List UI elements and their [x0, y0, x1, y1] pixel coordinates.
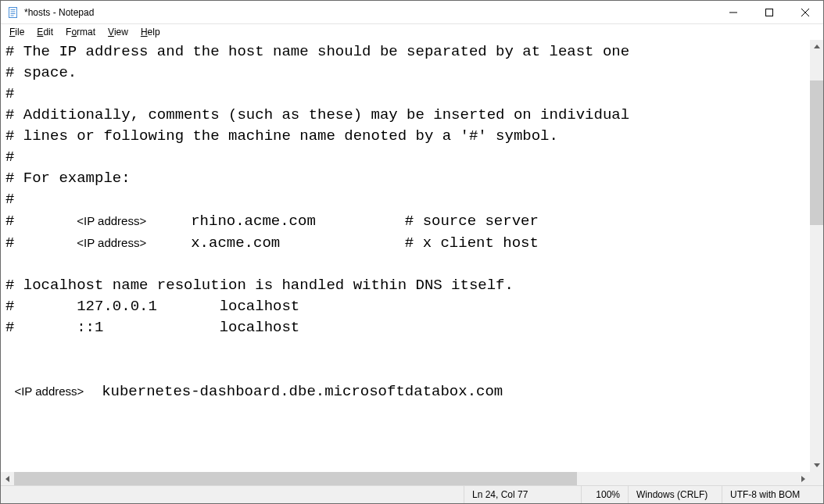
scroll-down-icon[interactable]	[810, 459, 823, 472]
notepad-icon	[7, 6, 20, 19]
scroll-left-icon[interactable]	[1, 472, 14, 485]
horizontal-scrollbar[interactable]	[1, 472, 823, 485]
statusbar: Ln 24, Col 77 100% Windows (CRLF) UTF-8 …	[1, 485, 823, 503]
status-zoom: 100%	[581, 486, 628, 503]
status-spacer	[1, 486, 464, 503]
close-button[interactable]	[787, 1, 823, 23]
maximize-button[interactable]	[751, 1, 787, 23]
menubar: File Edit Format View Help	[1, 24, 823, 40]
menu-help[interactable]: Help	[135, 26, 166, 38]
notepad-window: *hosts - Notepad File Edit Format View H…	[0, 0, 824, 504]
scroll-up-icon[interactable]	[810, 40, 823, 53]
svg-rect-5	[766, 9, 773, 16]
vertical-scrollbar[interactable]	[810, 40, 823, 472]
svg-rect-0	[9, 7, 17, 17]
scroll-right-icon[interactable]	[797, 472, 810, 485]
editor-wrap: # The IP address and the host name shoul…	[1, 40, 823, 485]
status-line-ending: Windows (CRLF)	[628, 486, 722, 503]
titlebar[interactable]: *hosts - Notepad	[1, 1, 823, 24]
text-editor[interactable]: # The IP address and the host name shoul…	[1, 40, 823, 485]
menu-file[interactable]: File	[4, 26, 30, 38]
window-title: *hosts - Notepad	[24, 7, 715, 18]
status-cursor-position: Ln 24, Col 77	[464, 486, 581, 503]
vertical-scroll-thumb[interactable]	[810, 80, 823, 225]
minimize-button[interactable]	[715, 1, 751, 23]
window-controls	[715, 1, 823, 23]
menu-view[interactable]: View	[102, 26, 134, 38]
scrollbar-corner	[810, 472, 823, 485]
status-encoding: UTF-8 with BOM	[722, 486, 823, 503]
horizontal-scroll-thumb[interactable]	[14, 472, 577, 485]
menu-edit[interactable]: Edit	[31, 26, 59, 38]
client-area: # The IP address and the host name shoul…	[1, 40, 823, 503]
menu-format[interactable]: Format	[60, 26, 101, 38]
